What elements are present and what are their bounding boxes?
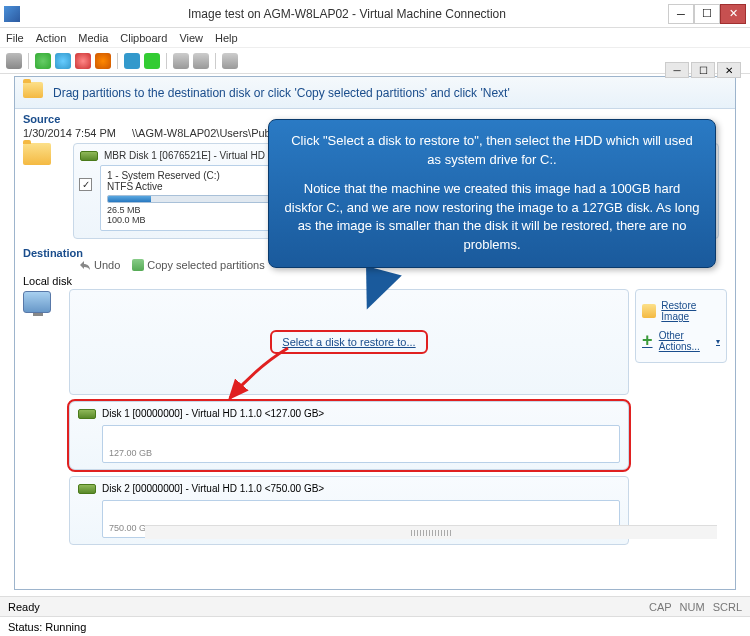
callout-p1: Click "Select a disk to restore to", the…	[283, 132, 701, 170]
menu-view[interactable]: View	[179, 32, 203, 44]
partition-fs: NTFS Active	[107, 181, 273, 192]
restore-image-icon	[642, 304, 656, 318]
disk-1-bar: 127.00 GB	[102, 425, 620, 463]
menu-action[interactable]: Action	[36, 32, 67, 44]
start-icon[interactable]	[35, 53, 51, 69]
undo-icon	[79, 260, 91, 270]
vm-toolbar	[0, 48, 750, 74]
enhanced-icon[interactable]	[222, 53, 238, 69]
callout-p2: Notice that the machine we created this …	[283, 180, 701, 255]
annotation-arrow	[218, 346, 298, 406]
copy-partitions-button[interactable]: Copy selected partitions	[132, 259, 264, 271]
status-num: NUM	[680, 601, 705, 613]
disk-1-panel[interactable]: Disk 1 [00000000] - Virtual HD 1.1.0 <12…	[69, 401, 629, 470]
partition-name: 1 - System Reserved (C:)	[107, 170, 273, 181]
menu-help[interactable]: Help	[215, 32, 238, 44]
inner-minimize-button[interactable]: ─	[665, 62, 689, 78]
copy-icon	[132, 259, 144, 271]
other-actions-link[interactable]: + Other Actions... ▾	[642, 326, 720, 356]
save-icon[interactable]	[95, 53, 111, 69]
checkpoint-icon[interactable]	[173, 53, 189, 69]
splitter-handle[interactable]	[145, 525, 717, 539]
partition-checkbox[interactable]: ✓	[79, 178, 92, 191]
select-disk-panel: Select a disk to restore to...	[69, 289, 629, 395]
source-timestamp: 1/30/2014 7:54 PM	[23, 127, 116, 139]
reset-icon[interactable]	[144, 53, 160, 69]
inner-statusbar: Ready CAP NUM SCRL	[0, 596, 750, 616]
menu-clipboard[interactable]: Clipboard	[120, 32, 167, 44]
vm-statusbar: Status: Running	[0, 616, 750, 636]
inner-close-button[interactable]: ✕	[717, 62, 741, 78]
vm-titlebar: Image test on AGM-W8LAP02 - Virtual Mach…	[0, 0, 750, 28]
disk-icon	[80, 151, 98, 161]
status-cap: CAP	[649, 601, 672, 613]
revert-icon[interactable]	[193, 53, 209, 69]
disk-1-label: Disk 1 [00000000] - Virtual HD 1.1.0 <12…	[102, 408, 324, 419]
vm-window-title: Image test on AGM-W8LAP02 - Virtual Mach…	[26, 7, 668, 21]
source-folder-icon	[23, 143, 59, 239]
pause-icon[interactable]	[124, 53, 140, 69]
partition-usage-bar	[107, 195, 273, 203]
instruction-folder-icon	[23, 82, 45, 104]
menu-media[interactable]: Media	[78, 32, 108, 44]
vm-app-icon	[4, 6, 20, 22]
inner-maximize-button[interactable]: ☐	[691, 62, 715, 78]
plus-icon: +	[642, 333, 654, 349]
undo-button[interactable]: Undo	[79, 259, 120, 271]
annotation-callout: Click "Select a disk to restore to", the…	[268, 119, 716, 268]
disk-2-label: Disk 2 [00000000] - Virtual HD 1.1.0 <75…	[102, 483, 324, 494]
disk-icon	[78, 484, 96, 494]
restore-image-link[interactable]: Restore Image	[642, 296, 720, 326]
instruction-text: Drag partitions to the destination disk …	[53, 86, 510, 100]
menu-file[interactable]: File	[6, 32, 24, 44]
side-actions-box: Restore Image + Other Actions... ▾	[635, 289, 727, 363]
instruction-header: Drag partitions to the destination disk …	[15, 77, 735, 109]
disk-icon	[78, 409, 96, 419]
status-scrl: SCRL	[713, 601, 742, 613]
maximize-button[interactable]: ☐	[694, 4, 720, 24]
chevron-down-icon: ▾	[716, 337, 720, 346]
status-ready: Ready	[8, 601, 40, 613]
source-partition-box[interactable]: ✓ 1 - System Reserved (C:) NTFS Active 2…	[100, 165, 280, 231]
shutdown-icon[interactable]	[75, 53, 91, 69]
vm-status-running: Status: Running	[8, 621, 86, 633]
turnoff-icon[interactable]	[55, 53, 71, 69]
vm-menubar: File Action Media Clipboard View Help	[0, 28, 750, 48]
close-button[interactable]: ✕	[720, 4, 746, 24]
minimize-button[interactable]: ─	[668, 4, 694, 24]
partition-total: 100.0 MB	[107, 216, 273, 226]
local-disk-icon	[23, 291, 51, 313]
ctrl-alt-del-icon[interactable]	[6, 53, 22, 69]
disk-1-size: 127.00 GB	[109, 448, 152, 458]
